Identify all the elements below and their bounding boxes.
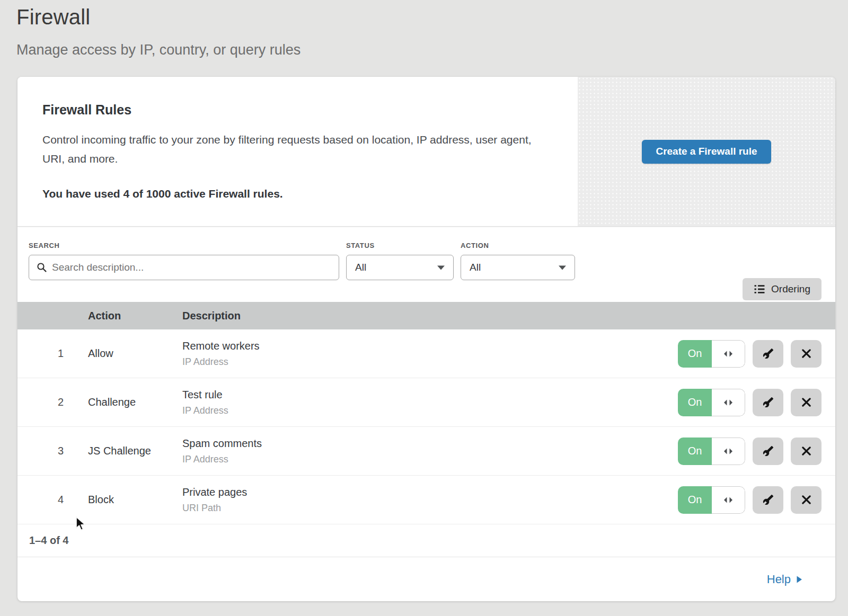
rule-priority: 2 <box>17 396 88 408</box>
help-link-label: Help <box>767 573 791 586</box>
rule-match-field: IP Address <box>182 405 676 416</box>
edit-rule-button[interactable] <box>753 389 783 416</box>
table-row: 2 Challenge Test rule IP Address On <box>17 378 835 427</box>
wrench-icon <box>763 494 774 505</box>
close-icon <box>801 446 811 456</box>
table-row: 4 Block Private pages URI Path On <box>17 476 835 524</box>
close-icon <box>801 349 811 359</box>
search-input[interactable] <box>52 262 331 273</box>
page-subtitle: Manage access by IP, country, or query r… <box>16 42 848 58</box>
table-row: 1 Allow Remote workers IP Address On <box>17 329 835 378</box>
create-firewall-rule-button[interactable]: Create a Firewall rule <box>642 140 771 164</box>
rule-match-field: IP Address <box>182 356 676 368</box>
left-right-arrows-icon <box>723 496 734 504</box>
rule-priority: 4 <box>17 494 88 506</box>
status-selected-value: All <box>355 262 366 273</box>
wrench-icon <box>763 397 774 408</box>
pagination-footer: 1–4 of 4 <box>17 524 835 557</box>
toggle-on-label: On <box>678 486 712 514</box>
action-selected-value: All <box>470 262 481 273</box>
page-title: Firewall <box>16 5 848 29</box>
rule-enabled-toggle[interactable]: On <box>678 389 745 416</box>
rule-match-field: IP Address <box>182 454 676 465</box>
rule-enabled-toggle[interactable]: On <box>678 438 745 465</box>
rule-match-field: URI Path <box>182 503 676 514</box>
edit-rule-button[interactable] <box>753 438 783 465</box>
overview-text-panel: Firewall Rules Control incoming traffic … <box>17 77 578 226</box>
table-header: Action Description <box>17 302 835 329</box>
rule-description: Test rule <box>182 389 676 401</box>
wrench-icon <box>763 445 774 457</box>
toggle-on-label: On <box>678 438 712 465</box>
rule-action: Allow <box>88 347 182 360</box>
status-label: STATUS <box>346 242 454 249</box>
description-column-header: Description <box>182 310 676 322</box>
search-label: SEARCH <box>29 242 339 249</box>
page-header: Firewall Manage access by IP, country, o… <box>0 0 848 58</box>
rule-priority: 1 <box>17 347 88 360</box>
delete-rule-button[interactable] <box>791 486 822 514</box>
toggle-handle[interactable] <box>712 438 745 465</box>
ordered-list-icon <box>754 284 765 294</box>
close-icon <box>801 397 811 407</box>
filter-bar: SEARCH STATUS All ACTION All <box>17 227 835 302</box>
overview-section: Firewall Rules Control incoming traffic … <box>17 77 835 227</box>
chevron-down-icon <box>559 265 566 270</box>
action-field-group: ACTION All <box>461 242 575 280</box>
help-footer: Help <box>17 557 835 601</box>
delete-rule-button[interactable] <box>791 340 822 368</box>
delete-rule-button[interactable] <box>791 389 822 416</box>
left-right-arrows-icon <box>723 448 734 455</box>
edit-rule-button[interactable] <box>753 486 783 514</box>
left-right-arrows-icon <box>723 399 734 406</box>
toggle-handle[interactable] <box>712 340 745 368</box>
chevron-down-icon <box>437 265 445 270</box>
overview-description: Control incoming traffic to your zone by… <box>42 130 546 168</box>
search-input-wrapper <box>29 255 339 280</box>
rule-action: Challenge <box>88 396 182 408</box>
rule-description: Private pages <box>182 486 676 498</box>
toggle-handle[interactable] <box>712 486 745 514</box>
ordering-button[interactable]: Ordering <box>743 278 822 300</box>
firewall-rules-card: Firewall Rules Control incoming traffic … <box>17 77 835 601</box>
help-link[interactable]: Help <box>767 573 802 586</box>
overview-action-panel: Create a Firewall rule <box>578 77 835 226</box>
edit-rule-button[interactable] <box>753 340 783 368</box>
rule-action: Block <box>88 494 182 506</box>
rules-usage-summary: You have used 4 of 1000 active Firewall … <box>42 188 546 200</box>
status-field-group: STATUS All <box>346 242 454 280</box>
rule-priority: 3 <box>17 445 88 457</box>
pagination-range: 1–4 of 4 <box>29 534 68 547</box>
rule-enabled-toggle[interactable]: On <box>678 486 745 514</box>
action-label: ACTION <box>461 242 575 249</box>
close-icon <box>801 495 811 505</box>
action-select[interactable]: All <box>461 255 575 280</box>
rule-description: Spam comments <box>182 438 676 450</box>
toggle-on-label: On <box>678 340 712 368</box>
ordering-button-label: Ordering <box>771 283 810 295</box>
search-icon <box>37 262 47 273</box>
wrench-icon <box>763 348 774 359</box>
toggle-on-label: On <box>678 389 712 416</box>
search-field-group: SEARCH <box>29 242 339 280</box>
arrow-right-icon <box>796 575 802 584</box>
overview-heading: Firewall Rules <box>42 102 546 118</box>
action-column-header: Action <box>88 310 182 322</box>
left-right-arrows-icon <box>723 350 734 358</box>
status-select[interactable]: All <box>346 255 454 280</box>
table-row: 3 JS Challenge Spam comments IP Address … <box>17 427 835 476</box>
rule-enabled-toggle[interactable]: On <box>678 340 745 368</box>
rule-description: Remote workers <box>182 340 676 352</box>
toggle-handle[interactable] <box>712 389 745 416</box>
delete-rule-button[interactable] <box>791 438 822 465</box>
rule-action: JS Challenge <box>88 445 182 457</box>
